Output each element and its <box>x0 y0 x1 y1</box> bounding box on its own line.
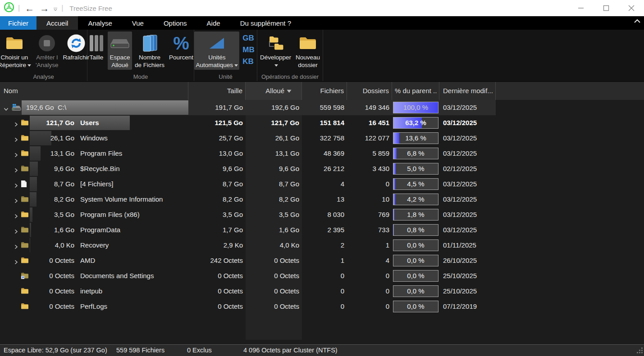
tree-row[interactable]: 9,6 Go$Recycle.Bin9,6 Go9,6 Go26 2123 43… <box>0 161 644 176</box>
chevron-right-icon[interactable] <box>14 136 18 144</box>
cell-date: 03/12/2025 <box>443 115 496 131</box>
row-name[interactable]: $Recycle.Bin <box>80 161 120 176</box>
row-name[interactable]: C:\ <box>58 100 66 115</box>
chevron-right-icon[interactable] <box>14 212 18 220</box>
choose-directory-button[interactable]: Choisir un Répertoire <box>0 32 33 70</box>
row-size: 192,6 Go <box>26 100 54 115</box>
column-header-taille[interactable]: Taille <box>188 82 246 100</box>
tree-row[interactable]: 121,7 GoUsers121,5 Go121,7 Go151 81416 4… <box>0 115 644 131</box>
cell-percent: 63,2 % <box>393 117 438 128</box>
auto-units-button[interactable]: Unités Automatiques <box>194 32 239 70</box>
column-header-nom[interactable]: Nom <box>0 82 188 100</box>
row-name[interactable]: Program Files (x86) <box>80 207 140 222</box>
cell-taille: 8,2 Go <box>188 192 243 207</box>
cell-dossiers: 3 430 <box>347 161 389 176</box>
bars-icon <box>88 33 105 54</box>
row-name[interactable]: Program Files <box>80 146 122 161</box>
percent-bar: 100,0 % <box>393 102 438 113</box>
tree-row[interactable]: 26,1 GoWindows25,7 Go26,1 Go322 758122 0… <box>0 131 644 146</box>
row-name[interactable]: PerfLogs <box>80 299 107 314</box>
maximize-button[interactable] <box>594 0 619 16</box>
title-bar: | ← → | TreeSize Free <box>0 0 644 16</box>
chevron-down-icon <box>27 61 31 69</box>
chevron-down-icon[interactable] <box>4 105 9 113</box>
tab-supplement[interactable]: Du supplément ? <box>230 16 301 30</box>
cell-fichiers: 26 212 <box>302 161 344 176</box>
cell-fichiers: 0 <box>302 284 344 299</box>
row-name[interactable]: Documents and Settings <box>80 268 154 284</box>
row-name[interactable]: System Volume Information <box>80 192 163 207</box>
qat-dropdown-icon[interactable] <box>53 5 58 13</box>
tree-row[interactable]: 0 OctetsPerfLogs0 Octets0 Octets000,0 %0… <box>0 299 644 314</box>
unit-mb-button[interactable]: MB <box>240 44 257 56</box>
column-header-alloue[interactable]: Alloué <box>246 82 302 100</box>
tree-row[interactable]: 3,5 GoProgram Files (x86)3,5 Go3,5 Go8 0… <box>0 207 644 222</box>
cell-date: 03/12/2025 <box>443 192 496 207</box>
collapse-ribbon-icon[interactable] <box>633 18 641 26</box>
file-count-mode-button[interactable]: Nombrede Fichiers <box>133 32 166 70</box>
tree-row[interactable]: 1,6 GoProgramData1,7 Go1,6 Go2 3957330,8… <box>0 222 644 238</box>
new-folder-button[interactable]: Nouveaudossier <box>294 32 322 70</box>
chevron-right-icon[interactable] <box>14 121 18 128</box>
minimize-button[interactable] <box>568 0 594 16</box>
chevron-right-icon[interactable] <box>14 258 18 266</box>
tree-row[interactable]: 13,1 GoProgram Files13,0 Go13,1 Go48 369… <box>0 146 644 161</box>
row-size: 1,6 Go <box>30 222 74 238</box>
cell-percent: 13,6 % <box>393 133 438 144</box>
tab-vue[interactable]: Vue <box>122 16 154 30</box>
tree-row[interactable]: 8,7 Go[4 Fichiers]8,7 Go8,7 Go404,5 %03/… <box>0 176 644 192</box>
cell-date: 03/12/2025 <box>443 176 496 192</box>
cell-alloue: 121,7 Go <box>246 115 299 131</box>
row-name[interactable]: ProgramData <box>80 222 120 238</box>
unit-kb-button[interactable]: KB <box>240 56 257 68</box>
ribbon-group-mode: Taille EspaceAlloué <box>87 30 194 81</box>
close-button[interactable] <box>619 0 644 16</box>
column-header-fichiers[interactable]: Fichiers <box>302 82 347 100</box>
column-header-derniere-modif[interactable]: Dernière modif... <box>439 82 496 100</box>
chevron-right-icon[interactable] <box>14 151 18 159</box>
column-header-dossiers[interactable]: Dossiers <box>347 82 392 100</box>
tab-analyse[interactable]: Analyse <box>78 16 122 30</box>
back-button[interactable]: ← <box>23 4 36 13</box>
chevron-right-icon[interactable] <box>14 243 18 251</box>
resize-grip[interactable] <box>637 347 643 355</box>
chevron-right-icon[interactable] <box>14 182 18 189</box>
tab-accueil[interactable]: Accueil <box>37 16 78 30</box>
tree-row[interactable]: 0 OctetsDocuments and Settings0 Octets0 … <box>0 268 644 284</box>
tree-row[interactable]: 8,2 GoSystem Volume Information8,2 Go8,2… <box>0 192 644 207</box>
folder-dim-icon <box>21 226 29 234</box>
column-header-pct-parent[interactable]: % du parent .. <box>392 82 439 100</box>
stop-icon <box>38 33 56 54</box>
forward-button[interactable]: → <box>38 4 50 13</box>
tab-options[interactable]: Options <box>154 16 197 30</box>
cell-dossiers: 5 859 <box>347 146 389 161</box>
cell-dossiers: 733 <box>347 222 389 238</box>
tree-row[interactable]: 4,0 KoRecovery2,9 Ko4,0 Ko210,0 %01/11/2… <box>0 238 644 253</box>
cell-date: 26/10/2025 <box>443 253 496 268</box>
chevron-right-icon[interactable] <box>14 197 18 205</box>
tree-row[interactable]: 0 Octetsinetpub0 Octets0 Octets000,0 %25… <box>0 284 644 299</box>
allocated-space-mode-button[interactable]: EspaceAlloué <box>108 32 132 70</box>
tab-aide[interactable]: Aide <box>197 16 230 30</box>
app-logo-icon[interactable] <box>4 2 14 14</box>
chevron-right-icon[interactable] <box>14 167 18 174</box>
size-mode-button[interactable]: Taille <box>86 32 107 62</box>
tree-row-root[interactable]: 192,6 GoC:\191,7 Go192,6 Go559 598149 34… <box>0 100 644 115</box>
cell-percent: 5,0 % <box>393 163 438 174</box>
tab-fichier[interactable]: Fichier <box>0 16 37 30</box>
stop-analysis-button: Arrêter l'Analyse <box>34 32 60 70</box>
chevron-right-icon[interactable] <box>14 228 18 235</box>
row-name[interactable]: AMD <box>80 253 95 268</box>
new-folder-icon <box>298 33 317 54</box>
percent-mode-button[interactable]: % Pourcent <box>167 32 195 62</box>
row-name[interactable]: Users <box>80 115 99 131</box>
row-name[interactable]: inetpub <box>80 284 102 299</box>
tree-row[interactable]: 0 OctetsAMD242 Octets0 Octets140,0 %26/1… <box>0 253 644 268</box>
unit-gb-button[interactable]: GB <box>240 32 257 44</box>
cell-dossiers: 1 <box>347 238 389 253</box>
cell-taille: 8,7 Go <box>188 176 243 192</box>
row-name[interactable]: Recovery <box>80 238 109 253</box>
row-name[interactable]: [4 Fichiers] <box>80 176 113 192</box>
expand-button[interactable]: Développer <box>258 32 293 70</box>
row-name[interactable]: Windows <box>80 131 108 146</box>
